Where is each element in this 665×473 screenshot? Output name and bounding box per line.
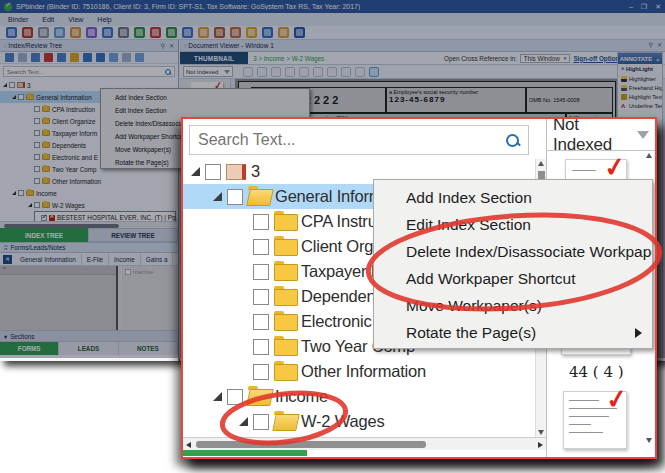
print-icon[interactable]: [38, 27, 49, 38]
inactive-checkbox[interactable]: [125, 269, 131, 275]
checkbox[interactable]: [253, 339, 269, 355]
not-indexed-label[interactable]: Not Indexed: [553, 119, 637, 155]
sign-off-option-link[interactable]: Sign-off Option: [573, 55, 619, 62]
user-icon[interactable]: [278, 27, 289, 38]
unlink-icon[interactable]: [122, 53, 131, 62]
page-thumbnail[interactable]: ✓: [563, 391, 627, 449]
spreadsheet-icon[interactable]: [182, 27, 193, 38]
search-icon[interactable]: [165, 69, 171, 75]
web-icon[interactable]: [150, 27, 161, 38]
add-section-icon[interactable]: [31, 53, 40, 62]
export-icon[interactable]: [102, 27, 113, 38]
checkbox[interactable]: [18, 94, 24, 100]
tab-index-tree[interactable]: INDEX TREE: [0, 228, 88, 242]
menu-item-edit-index-section[interactable]: Edit Index Section: [101, 104, 309, 117]
close-panel-icon[interactable]: ✕: [169, 42, 174, 49]
help-icon[interactable]: [262, 27, 273, 38]
tab-income[interactable]: Income: [109, 253, 141, 265]
expand-all-icon[interactable]: [5, 53, 14, 62]
checkbox[interactable]: [253, 239, 269, 255]
annotation-icon[interactable]: [355, 67, 365, 77]
grid-icon[interactable]: [166, 27, 177, 38]
info-icon[interactable]: [294, 27, 305, 38]
delete-section-icon[interactable]: [44, 53, 53, 62]
tree-row-income[interactable]: Income: [183, 384, 535, 409]
checkbox[interactable]: [253, 314, 269, 330]
pin-icon[interactable]: ⚲: [649, 41, 653, 48]
tool-freehand-highlighter[interactable]: Freehand Highlighte: [618, 83, 662, 92]
popup-search-input[interactable]: [198, 131, 505, 149]
misc-tool-icon[interactable]: [135, 53, 144, 62]
tool-highlighter[interactable]: Highlighter: [618, 74, 662, 83]
menu-view[interactable]: View: [68, 16, 83, 23]
checkbox[interactable]: [34, 178, 40, 184]
checkbox[interactable]: [34, 106, 40, 112]
tree-horizontal-scrollbar[interactable]: [0, 221, 178, 228]
thumbnail-tab[interactable]: THUMBNAIL: [180, 52, 248, 64]
checkbox[interactable]: [253, 214, 269, 230]
checkbox[interactable]: [227, 189, 243, 205]
rotate-left-icon[interactable]: [285, 67, 295, 77]
text-select-icon[interactable]: [341, 67, 351, 77]
undo-rotate-icon[interactable]: [313, 67, 323, 77]
checkbox[interactable]: [34, 154, 40, 160]
checkbox[interactable]: [205, 164, 221, 180]
chevron-down-icon[interactable]: ▾: [4, 333, 7, 340]
checkbox[interactable]: [34, 130, 40, 136]
import-icon[interactable]: [134, 27, 145, 38]
scroll-right-icon[interactable]: [538, 442, 543, 448]
checkbox[interactable]: [253, 364, 269, 380]
tree-row[interactable]: Other Information: [0, 175, 178, 187]
save-icon[interactable]: [6, 27, 17, 38]
filter-funnel-icon[interactable]: [637, 131, 649, 139]
tab-e-file[interactable]: E-File: [82, 253, 109, 265]
checkbox[interactable]: [253, 414, 269, 430]
checkbox[interactable]: [9, 82, 15, 88]
menu-help[interactable]: Help: [97, 16, 111, 23]
scroll-thumb[interactable]: [196, 441, 426, 448]
folder-tool-icon[interactable]: [70, 53, 79, 62]
tab-notes[interactable]: NOTES: [119, 342, 178, 355]
chevron-down-icon[interactable]: ⌄: [655, 55, 660, 62]
checkbox[interactable]: [18, 190, 24, 196]
menu-item-add-workpaper-shortcut[interactable]: Add Workpaper Shortcut: [374, 265, 652, 292]
scroll-down-icon[interactable]: [538, 430, 544, 435]
move-up-icon[interactable]: [83, 53, 92, 62]
menu-item-edit-index-section[interactable]: Edit Index Section: [374, 211, 652, 238]
email-icon[interactable]: [22, 27, 33, 38]
scroll-left-icon[interactable]: [186, 442, 191, 448]
scroll-up-icon[interactable]: [538, 161, 544, 166]
image-icon[interactable]: [70, 27, 81, 38]
copy-section-icon[interactable]: [57, 53, 66, 62]
pan-hand-icon[interactable]: [327, 67, 337, 77]
search-icon[interactable]: [505, 133, 520, 148]
tree-row-income[interactable]: Income: [0, 187, 178, 199]
zoom-icon[interactable]: [271, 67, 281, 77]
tab-review-tree[interactable]: REVIEW TREE: [88, 228, 178, 242]
menu-binder[interactable]: Binder: [8, 16, 28, 23]
menu-item-rotate-pages[interactable]: Rotate the Page(s): [374, 319, 652, 346]
tree-row-w2-wages[interactable]: W-2 Wages: [0, 199, 178, 211]
swap-icon[interactable]: [230, 27, 241, 38]
tab-forms[interactable]: FORMS: [0, 342, 59, 355]
menu-item-delete-index[interactable]: Delete Index/Disassociate Workpaper: [374, 238, 652, 265]
tool-highlight-text[interactable]: Highlight Text: [618, 92, 662, 101]
transfer-icon[interactable]: [118, 27, 129, 38]
fit-width-icon[interactable]: [257, 67, 267, 77]
tree-row[interactable]: Other Information: [183, 359, 535, 384]
not-indexed-filter-dropdown[interactable]: Not Indexed: [183, 66, 233, 77]
maximize-button[interactable]: ❐: [641, 3, 647, 11]
pin-icon[interactable]: ⚲: [161, 42, 165, 49]
browser-icon[interactable]: [214, 27, 225, 38]
binder-icon[interactable]: [198, 27, 209, 38]
checkbox[interactable]: [227, 389, 243, 405]
menu-item-add-index-section[interactable]: Add Index Section: [374, 184, 652, 211]
move-down-icon[interactable]: [96, 53, 105, 62]
menu-edit[interactable]: Edit: [42, 16, 54, 23]
popup-search-box[interactable]: [189, 125, 529, 155]
tree-row-workpaper[interactable]: BESTEST HOSPITAL EVER, INC. (T) | Pg.: [34, 211, 176, 221]
checkbox[interactable]: [34, 202, 40, 208]
tool-underline-text[interactable]: AUnderline Text: [618, 101, 662, 110]
close-button[interactable]: ✕: [655, 3, 661, 11]
tab-general-information[interactable]: General Information: [15, 253, 82, 265]
